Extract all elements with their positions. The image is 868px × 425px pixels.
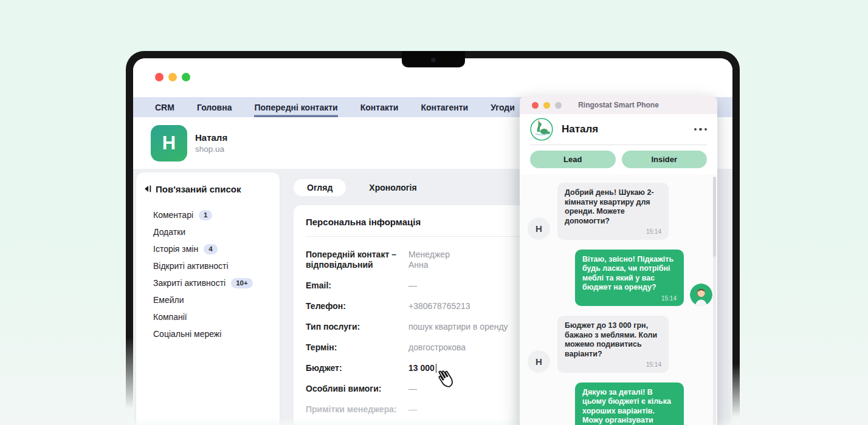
frame-fade-left: [124, 338, 134, 425]
message-text: Бюджет до 13 000 грн, бажано з меблями. …: [565, 321, 661, 359]
widget-minimize-button[interactable]: [543, 102, 550, 109]
field-value: —: [408, 280, 417, 291]
nessie-logo-icon: [530, 118, 553, 141]
sidebar-item[interactable]: Закриті активності10+: [153, 274, 274, 291]
sidebar-item-label: Історія змін: [153, 244, 198, 254]
incoming-message: HДобрий день! Шукаю 2-кімнатну квартиру …: [528, 183, 712, 240]
message-bubble: Вітаю, звісно! Підкажіть будь ласка, чи …: [575, 250, 684, 307]
field-label: Особливі вимоги:: [306, 384, 408, 394]
field-value: довгострокова: [408, 342, 466, 353]
message-bubble: Бюджет до 13 000 грн, бажано з меблями. …: [557, 316, 669, 373]
field-value: Менеджер Анна: [408, 250, 450, 270]
ringostat-widget: Ringostat Smart Phone Наталя: [520, 96, 717, 425]
contact-avatar: H: [151, 125, 187, 162]
field-value: пошук квартири в оренду: [408, 322, 508, 332]
tag-pill-insider[interactable]: Insider: [622, 151, 708, 168]
related-list-panel: Пов'язаний список Коментарі1ДодаткиІстор…: [136, 172, 280, 425]
tag-pill-lead[interactable]: Lead: [530, 151, 616, 168]
sidebar-item-label: Відкриті активності: [153, 261, 229, 271]
message-time: 15:14: [565, 360, 661, 370]
sidebar-item[interactable]: Коментарі1: [153, 206, 274, 223]
page-background: CRMГоловнаПопередні контактиКонтактиКонт…: [0, 0, 868, 425]
message-time: 15:14: [565, 227, 661, 237]
sidebar-item-label: Компанії: [153, 312, 187, 322]
count-badge: 1: [199, 210, 212, 220]
field-label: Примітки менеджера:: [306, 404, 408, 415]
sidebar-item[interactable]: Історія змін4: [153, 240, 274, 257]
window-close-button[interactable]: [155, 73, 164, 81]
field-value: —: [408, 384, 417, 394]
sidebar-item-label: Додатки: [153, 227, 185, 237]
sidebar-item[interactable]: Соціальні мережі: [153, 325, 274, 342]
widget-contact-name: Наталя: [562, 123, 598, 135]
laptop-notch: [402, 51, 465, 67]
sidebar-item-label: Соціальні мережі: [153, 329, 221, 339]
related-list-title: Пов'язаний список: [156, 184, 241, 194]
widget-zoom-button[interactable]: [555, 102, 562, 109]
message-text: Дякую за деталі! В цьому бюджеті є кільк…: [582, 388, 677, 425]
message-time: 15:14: [582, 294, 677, 304]
nav-tab[interactable]: Контагенти: [421, 97, 468, 117]
field-label: Тип послуги:: [306, 322, 408, 332]
frame-fade-right: [731, 364, 742, 425]
contact-subtitle: shop.ua: [195, 144, 227, 154]
message-text: Добрий день! Шукаю 2-кімнатну квартиру д…: [565, 188, 661, 226]
sidebar-item[interactable]: Додатки: [153, 223, 274, 240]
sidebar-item[interactable]: Відкриті активності: [153, 257, 274, 274]
client-avatar: H: [528, 350, 550, 373]
sidebar-item-label: Емейли: [153, 295, 184, 305]
nav-tab[interactable]: Контакти: [360, 97, 399, 117]
nav-tab[interactable]: Попередні контакти: [254, 97, 337, 117]
outgoing-message: Вітаю, звісно! Підкажіть будь ласка, чи …: [528, 250, 712, 307]
field-label: Email:: [306, 280, 408, 291]
chat-area: HДобрий день! Шукаю 2-кімнатну квартиру …: [520, 174, 717, 425]
ellipsis-icon[interactable]: [694, 128, 708, 131]
nav-tab[interactable]: Головна: [197, 97, 232, 117]
collapse-panel-icon[interactable]: [144, 185, 151, 193]
message-bubble: Дякую за деталі! В цьому бюджеті є кільк…: [575, 382, 684, 425]
view-tab[interactable]: Огляд: [294, 179, 346, 196]
field-label: Термін:: [306, 342, 408, 353]
view-tab[interactable]: Хронологія: [356, 179, 430, 196]
window-minimize-button[interactable]: [168, 73, 177, 81]
message-bubble: Добрий день! Шукаю 2-кімнатну квартиру д…: [557, 183, 669, 240]
window-maximize-button[interactable]: [182, 73, 190, 81]
view-tabs: ОглядХронологія: [294, 179, 430, 196]
widget-close-button[interactable]: [532, 102, 539, 109]
message-text: Вітаю, звісно! Підкажіть будь ласка, чи …: [582, 255, 677, 293]
incoming-message: HБюджет до 13 000 грн, бажано з меблями.…: [528, 316, 712, 373]
chat-scrollbar[interactable]: [713, 177, 716, 425]
count-badge: 10+: [231, 278, 253, 288]
sidebar-item-label: Закриті активності: [153, 278, 226, 288]
contact-name: Наталя: [195, 132, 227, 143]
widget-header: Наталя LeadInsider: [520, 114, 717, 174]
field-value: +380678765213: [408, 301, 470, 311]
field-label: Попередній контакт – відповідальний: [306, 250, 408, 270]
field-label: Бюджет:: [306, 363, 408, 373]
nav-tab[interactable]: Угоди: [491, 97, 515, 117]
outgoing-message: Дякую за деталі! В цьому бюджеті є кільк…: [528, 382, 712, 425]
sidebar-item-label: Коментарі: [153, 210, 193, 220]
sidebar-item[interactable]: Емейли: [153, 291, 274, 308]
manager-avatar: [690, 284, 712, 306]
nav-tab[interactable]: CRM: [155, 97, 174, 117]
sidebar-item[interactable]: Компанії: [153, 308, 274, 325]
count-badge: 4: [204, 244, 217, 254]
field-value: —: [408, 404, 417, 415]
client-avatar: H: [528, 217, 550, 240]
field-label: Телефон:: [306, 301, 408, 311]
widget-titlebar: Ringostat Smart Phone: [520, 96, 717, 114]
camera-dot: [431, 58, 436, 63]
